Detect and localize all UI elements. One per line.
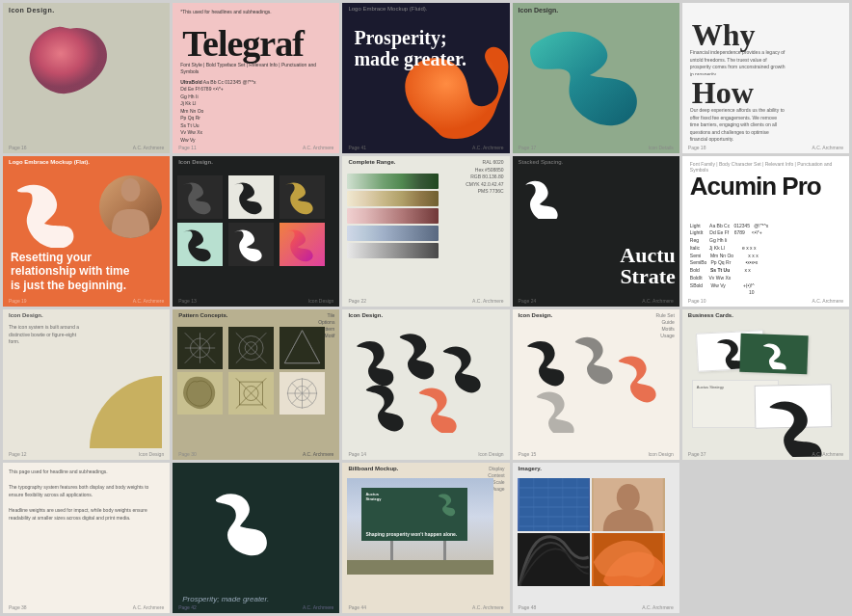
cell-15-label: Business Cards.	[688, 312, 733, 318]
icon-cell-5	[228, 223, 274, 266]
icon-cell-3	[280, 175, 325, 219]
imagery-grid	[518, 478, 665, 586]
body-text-content: This page used for headline and subheadi…	[9, 468, 164, 522]
how-body: Our deep experience affords us the abili…	[690, 107, 786, 144]
cell-icon-grid-dark: Icon Design.	[173, 156, 339, 307]
cell-14-label: Icon Design.	[519, 312, 553, 318]
cell-color-range: Complete Range. RAL 6020Hex #508850RGB 8…	[342, 156, 509, 307]
svg-point-0	[121, 178, 141, 201]
pattern-grid	[177, 327, 327, 415]
bowtie-light	[228, 175, 274, 219]
cell-3-company: A.C. Archmere	[472, 145, 504, 150]
card-blob-white	[743, 337, 804, 370]
cell-4-page: Page 17	[519, 145, 537, 150]
cell-14-company: Icon Design	[648, 451, 673, 457]
pattern-svg-6	[280, 372, 325, 415]
person-img	[592, 478, 665, 531]
cell-4-company: Icon Details	[649, 145, 674, 150]
icon-grid	[177, 175, 327, 266]
cell-9-company: A.C. Archmere	[642, 298, 674, 304]
cell-7-company: Icon Design	[308, 298, 333, 304]
cell-15-company: A.C. Archmere	[812, 451, 843, 457]
cell-3-page: Page 41	[348, 145, 366, 150]
cell-icon-light: Icon Design. Page 14 Icon Design	[342, 309, 509, 460]
font-weights: Light Aa Bb Cc 012345 @!"*^x LightIt Dd …	[690, 223, 768, 298]
billboard-text-content: Shaping prosperity won't happen alone.	[365, 531, 457, 537]
svg-rect-24	[519, 478, 588, 531]
billboard-logo: AuctusStrategy	[365, 492, 381, 501]
pattern-2	[228, 327, 274, 369]
cell-2-type-samples: Font Style | Bold Typeface Set | Relevan…	[180, 62, 334, 145]
cell-13-page: Page 14	[348, 451, 366, 457]
billboard-leg-2	[443, 541, 446, 560]
cell-body-text: This page used for headline and subheadi…	[3, 463, 170, 613]
main-grid: Icon Design. Page 16 A.C. Archmere *This…	[0, 0, 852, 616]
icon-cell-1	[177, 175, 223, 219]
cell-12-label: Pattern Concepts.	[178, 312, 227, 318]
cell-6-page: Page 19	[9, 298, 27, 304]
pattern-svg-5	[228, 372, 274, 415]
cell-15-page: Page 37	[688, 451, 706, 457]
white-blob-stacked	[520, 175, 564, 219]
cell-19-page: Page 48	[519, 604, 537, 610]
cell-business-cards: Business Cards. Auct	[682, 309, 849, 460]
pattern-1	[177, 327, 223, 369]
pattern-4	[177, 372, 223, 415]
cell-1-page: Page 16	[9, 145, 27, 150]
bowtie-dark	[177, 175, 223, 219]
pattern-3	[280, 327, 325, 369]
billboard-blob	[436, 491, 465, 518]
cell-19-label: Imagery.	[519, 466, 542, 471]
cell-12-company: A.C. Archmere	[303, 451, 334, 457]
white-blob-6	[8, 175, 85, 248]
cell-telegraf: *This used for headlines and subheadings…	[173, 3, 339, 153]
svg-marker-10	[284, 331, 319, 363]
cell-1-company: A.C. Archmere	[133, 145, 165, 150]
cell-6-tagline: Resetting your relationship with time is…	[11, 251, 136, 292]
bowtie-mint	[177, 223, 223, 266]
cell-stacked-dark: Stacked Spacing. AuctuStrate Page 24 A.C…	[513, 156, 679, 307]
cell-7-page: Page 13	[178, 298, 197, 304]
cell-1-label: Icon Design.	[9, 7, 55, 13]
cell-2-page: Page 11	[178, 145, 197, 150]
cell-18-page: Page 44	[348, 604, 366, 610]
arch-pattern	[518, 478, 591, 531]
imagery-3	[518, 533, 591, 586]
cell-orange-embrace: Logo Embrace Mockup (Flat). Resetting yo…	[3, 156, 170, 307]
cell-patterns: Pattern Concepts. TileOptionsPatternMoti…	[173, 309, 339, 460]
cell-17-company: A.C. Archmere	[303, 604, 334, 610]
bowtie-gradient	[280, 223, 325, 266]
cell-11-label: Icon Design.	[9, 312, 43, 318]
cell-2-company: A.C. Archmere	[303, 145, 334, 150]
icon-blobs-light	[347, 327, 496, 433]
imagery-1	[518, 478, 591, 531]
cell-13-company: Icon Design	[478, 451, 503, 457]
cell-acumin: Font Family | Body Character Set | Relev…	[682, 156, 849, 307]
cell-6-company: A.C. Archmere	[133, 298, 165, 304]
blob-pink-icon	[22, 17, 119, 104]
pattern-svg-4	[177, 372, 223, 415]
pattern-svg-1	[177, 327, 223, 369]
person-silhouette	[99, 175, 162, 238]
cell-18-company: A.C. Archmere	[472, 604, 504, 610]
photo-circle	[99, 175, 162, 238]
cell-2-small: *This used for headlines and subheadings…	[180, 9, 272, 15]
cell-imagery: Imagery.	[513, 463, 679, 613]
cell-14-page: Page 15	[519, 451, 537, 457]
svg-line-12	[302, 331, 319, 363]
billboard-ground	[347, 560, 493, 575]
cell-prosperity-teal: Prosperity; made greater. Page 42 A.C. A…	[173, 463, 339, 613]
why-body: Financial independence provides a legacy…	[690, 49, 786, 78]
cell-5-company: A.C. Archmere	[812, 145, 843, 150]
cell-19-company: A.C. Archmere	[642, 604, 674, 610]
imagery-2	[592, 478, 665, 531]
color-swatches	[347, 174, 439, 258]
cell-icon-beige: Icon Design. The icon system is built ar…	[3, 309, 170, 460]
imagery-4	[592, 533, 665, 586]
cell-8-page: Page 22	[348, 298, 366, 304]
cell-8-text: RAL 6020Hex #508850RGB 80.136.80CMYK 42.…	[466, 159, 503, 196]
cell-5-page: Page 18	[688, 145, 706, 150]
cell-icon-beige-blobs: Icon Design. Rule SetGuideMotifsUsage Pa…	[513, 309, 679, 460]
cell-10-company: A.C. Archmere	[812, 298, 843, 304]
icon-cell-4	[177, 223, 223, 266]
